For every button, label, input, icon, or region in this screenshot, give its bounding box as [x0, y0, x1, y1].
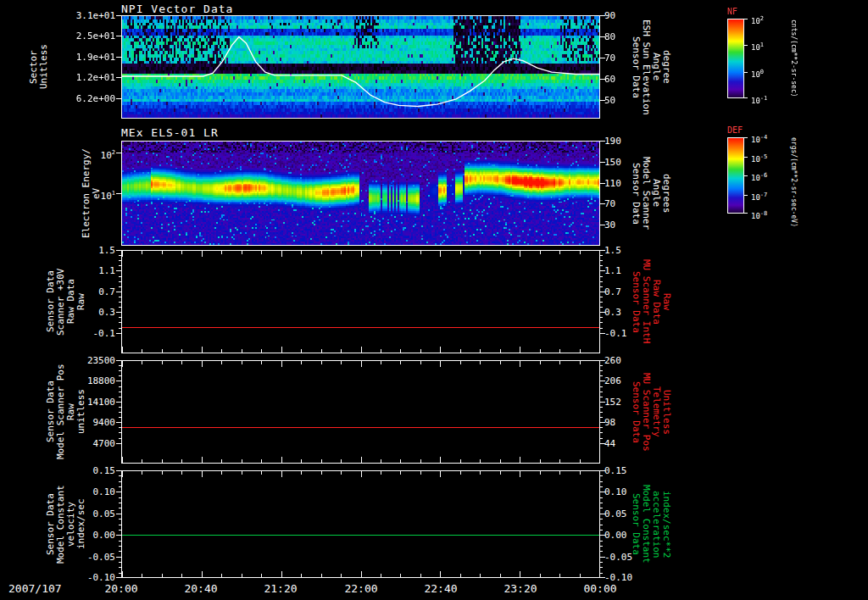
x-tick-minor [580, 574, 581, 577]
left-minor-tick-mark [119, 541, 121, 542]
x-tick-minor [480, 471, 481, 475]
x-tick-minor [580, 471, 581, 475]
x-tick-minor [381, 471, 381, 475]
right-tick-mark [600, 270, 605, 271]
x-tick-minor [162, 459, 163, 463]
colorbar-nf-title: NF [727, 7, 737, 16]
x-tick-major [281, 361, 282, 367]
right-minor-tick-mark [600, 392, 603, 392]
right-minor-tick-mark [600, 328, 603, 329]
x-tick-minor [301, 361, 302, 364]
right-minor-tick-mark [600, 286, 603, 287]
right-tick-mark [600, 203, 605, 204]
right-minor-tick-mark [600, 481, 603, 482]
x-tick-minor [261, 471, 262, 475]
x-tick-minor [321, 574, 322, 577]
right-tick-mark [600, 58, 605, 58]
npi-panel-title: NPI Vector Data [121, 3, 233, 15]
right-tick-label: 260 [604, 356, 689, 365]
right-tick-mark [600, 162, 605, 163]
x-tick-major [440, 251, 441, 257]
right-tick-label: 70 [604, 53, 689, 63]
right-tick-mark [600, 577, 605, 578]
x-tick-minor [559, 361, 560, 364]
right-minor-tick-mark [600, 508, 603, 508]
x-tick-minor [420, 471, 421, 475]
x-tick-minor [301, 251, 302, 254]
x-tick-minor [480, 574, 481, 577]
left-minor-tick-mark [119, 567, 121, 568]
x-tick-minor [341, 471, 342, 475]
left-tick-label: 102 [0, 148, 115, 160]
colorbar-tick-mark [744, 137, 748, 138]
right-tick-label: 44 [604, 439, 689, 448]
x-axis-tick-label: 23:20 [504, 582, 537, 595]
colorbar-tick-mark [744, 72, 748, 73]
x-tick-minor [559, 349, 560, 353]
colorbar-tick-label: 10-7 [751, 191, 767, 202]
right-minor-tick-mark [600, 407, 603, 408]
right-tick-label: 0.10 [604, 487, 689, 497]
right-tick-label: 1.1 [604, 266, 689, 275]
data-line [122, 535, 599, 536]
left-minor-tick-mark [119, 286, 121, 287]
left-minor-tick-mark [119, 392, 121, 392]
left-tick-label: 1.5 [0, 246, 115, 255]
left-tick-mark [116, 77, 121, 78]
left-tick-mark [116, 270, 121, 271]
right-minor-tick-mark [600, 567, 603, 568]
left-minor-tick-mark [119, 432, 121, 433]
x-tick-major [202, 471, 203, 477]
right-minor-tick-mark [600, 541, 603, 542]
right-tick-mark [600, 36, 605, 37]
els-right-axis-title: Sensor Data Model Scanner Angle degrees [631, 141, 671, 246]
right-tick-mark [600, 422, 605, 423]
right-minor-tick-mark [600, 519, 603, 519]
x-axis-tick-label: 22:00 [344, 582, 377, 595]
colorbar-tick-mark [744, 195, 748, 196]
x-tick-major [520, 347, 520, 353]
right-tick-label: -0.1 [604, 329, 689, 338]
right-tick-label: 0.05 [604, 509, 689, 519]
colorbar-def-gradient [727, 137, 744, 214]
right-tick-mark [600, 514, 605, 514]
left-minor-tick-mark [119, 562, 121, 563]
x-tick-minor [460, 361, 461, 364]
left-minor-tick-mark [119, 322, 121, 323]
x-tick-minor [480, 251, 481, 254]
left-tick-label: 1.2e+01 [0, 73, 115, 82]
x-tick-minor [460, 471, 461, 475]
x-tick-minor [321, 349, 322, 353]
right-tick-mark [600, 250, 605, 251]
right-minor-tick-mark [600, 322, 603, 323]
colorbar-tick-label: 10-1 [751, 94, 767, 105]
right-minor-tick-mark [600, 573, 603, 574]
x-tick-major [361, 457, 362, 463]
x-tick-minor [500, 459, 501, 463]
x-tick-minor [341, 349, 342, 353]
x-tick-major [599, 112, 600, 118]
left-minor-tick-mark [119, 497, 121, 498]
x-tick-minor [400, 349, 401, 353]
spectrogram-plot-page: NPI Vector Data MEx ELS-01 LR Sector Uni… [0, 0, 868, 600]
x-axis-tick-label: 20:00 [104, 582, 137, 595]
x-tick-minor [321, 361, 322, 364]
x-tick-minor [261, 251, 262, 254]
left-tick-label: 14100 [0, 397, 115, 407]
left-minor-tick-mark [119, 475, 121, 476]
left-minor-tick-mark [119, 397, 121, 397]
x-tick-minor [559, 251, 560, 254]
left-minor-tick-mark [119, 265, 121, 266]
left-tick-label: -0.1 [0, 329, 115, 338]
x-tick-major [361, 251, 362, 257]
right-tick-mark [600, 79, 605, 80]
left-minor-tick-mark [119, 503, 121, 503]
x-tick-minor [162, 471, 163, 475]
right-minor-tick-mark [600, 562, 603, 563]
left-minor-tick-mark [119, 328, 121, 329]
right-tick-mark [600, 443, 605, 444]
x-tick-minor [242, 459, 242, 463]
els-panel-title: MEx ELS-01 LR [121, 126, 219, 139]
left-tick-mark [116, 381, 121, 381]
right-minor-tick-mark [600, 530, 603, 531]
